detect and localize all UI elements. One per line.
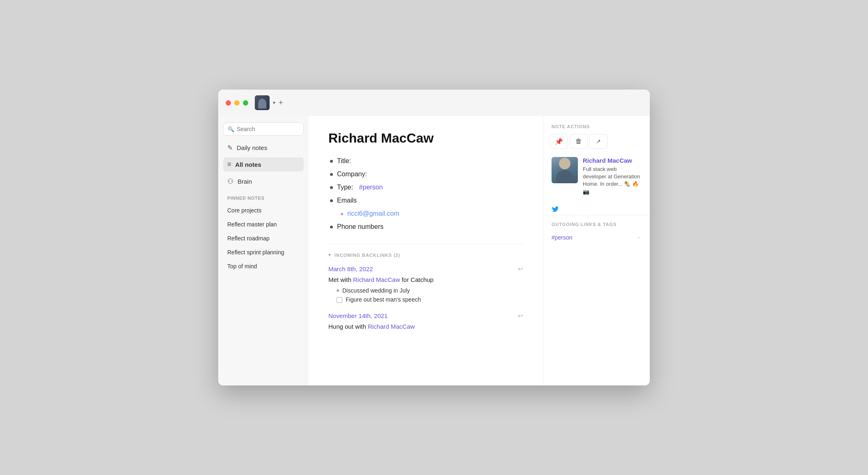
account-selector[interactable]: ▾ + (255, 95, 283, 110)
reply-icon[interactable]: ↩ (518, 265, 523, 273)
profile-name: Richard MacCaw (583, 157, 642, 164)
bullet-icon (330, 199, 333, 202)
trash-icon: 🗑 (575, 138, 582, 145)
delete-button[interactable]: 🗑 (570, 134, 588, 149)
bullet-icon (330, 173, 333, 176)
minimize-button[interactable] (234, 100, 240, 106)
backlink-entry-2: November 14th, 2021 ↩ Hung out with Rich… (328, 312, 523, 330)
field-emails: Emails (328, 197, 523, 204)
profile-info: Richard MacCaw Full stack web developer … (583, 157, 642, 196)
backlink-text-1: Met with Richard MacCaw for Catchup (328, 276, 523, 283)
maximize-button[interactable] (243, 100, 248, 106)
profile-description: Full stack web developer at Generation H… (583, 166, 642, 196)
backlink-items-1: Discussed wedding in July Figure out bes… (328, 287, 523, 303)
note-title: Richard MacCaw (328, 131, 523, 146)
export-icon: ↗ (596, 138, 601, 145)
sidebar-item-label: Daily notes (237, 144, 267, 151)
backlink-date-2: November 14th, 2021 ↩ (328, 312, 523, 320)
action-buttons: 📌 🗑 ↗ (543, 134, 650, 157)
backlinks-label: INCOMING BACKLINKS (2) (335, 253, 400, 258)
backlink-text-2: Hung out with Richard MacCaw (328, 323, 523, 330)
titlebar: ▾ + (218, 90, 650, 116)
pinned-item-reflect-roadmap[interactable]: Reflect roadmap (223, 233, 304, 244)
profile-photo (552, 157, 578, 183)
field-email-value: ricci6@gmail.com (328, 210, 523, 217)
pinned-item-reflect-master-plan[interactable]: Reflect master plan (223, 219, 304, 230)
pinned-item-reflect-sprint-planning[interactable]: Reflect sprint planning (223, 247, 304, 258)
search-input[interactable] (237, 126, 299, 132)
backlink-date-1: March 8th, 2022 ↩ (328, 265, 523, 273)
sidebar-item-brain[interactable]: ⚇ Brain (223, 174, 304, 189)
field-type: Type: #person (328, 184, 523, 191)
tag-row-person: #person → (543, 232, 650, 243)
sidebar-item-daily-notes[interactable]: ✎ Daily notes (223, 141, 304, 155)
field-phone: Phone numbers (328, 223, 523, 231)
email-link[interactable]: ricci6@gmail.com (347, 210, 399, 217)
field-company: Company: (328, 171, 523, 178)
sidebar-item-label: All notes (235, 161, 261, 168)
sidebar-item-all-notes[interactable]: ≡ All notes (223, 157, 304, 171)
task-checkbox[interactable] (337, 297, 342, 303)
chevron-down-icon: ▾ (328, 252, 331, 258)
bullet-icon (341, 213, 343, 215)
pin-icon: 📌 (555, 138, 563, 145)
backlinks-header[interactable]: ▾ INCOMING BACKLINKS (2) (328, 252, 523, 258)
backlink-date-link-1[interactable]: March 8th, 2022 (328, 265, 373, 272)
type-tag-link[interactable]: #person (359, 184, 383, 191)
bullet-icon (330, 226, 333, 228)
backlink-entry-1: March 8th, 2022 ↩ Met with Richard MacCa… (328, 265, 523, 303)
backlink-person-link-2[interactable]: Richard MacCaw (368, 323, 415, 330)
pin-button[interactable]: 📌 (550, 134, 568, 149)
backlink-item-checkbox: Figure out best man's speech (337, 296, 523, 303)
pinned-item-core-projects[interactable]: Core projects (223, 205, 304, 216)
pinned-notes-label: PINNED NOTES (223, 191, 304, 202)
note-actions-header: NOTE ACTIONS (543, 116, 650, 134)
close-button[interactable] (226, 100, 231, 106)
profile-social (543, 202, 650, 215)
tag-arrow-icon[interactable]: → (636, 234, 642, 241)
brain-icon: ⚇ (227, 177, 233, 186)
tag-badge[interactable]: #person (552, 234, 573, 241)
search-icon: 🔍 (228, 126, 234, 132)
bullet-icon (337, 289, 339, 292)
twitter-icon[interactable] (552, 206, 559, 214)
reply-icon[interactable]: ↩ (518, 312, 523, 320)
backlink-date-link-2[interactable]: November 14th, 2021 (328, 312, 388, 319)
right-panel: NOTE ACTIONS 📌 🗑 ↗ (543, 116, 650, 385)
sidebar: 🔍 ✎ Daily notes ≡ All notes ⚇ Brain PINN… (218, 116, 309, 385)
app-window: ▾ + 🔍 ✎ Daily notes ≡ All notes ⚇ Brain (218, 90, 650, 385)
note-fields: Title: Company: Type: #person Emails (328, 157, 523, 231)
all-notes-icon: ≡ (227, 161, 231, 168)
sidebar-item-label: Brain (238, 178, 252, 185)
pinned-item-top-of-mind[interactable]: Top of mind (223, 261, 304, 272)
export-button[interactable]: ↗ (589, 134, 607, 149)
chevron-down-icon[interactable]: ▾ (273, 100, 275, 106)
outgoing-links-header: OUTGOING LINKS & TAGS (543, 215, 650, 232)
new-note-button[interactable]: + (279, 99, 283, 107)
daily-notes-icon: ✎ (227, 144, 233, 152)
bullet-icon (330, 186, 333, 189)
main-area: 🔍 ✎ Daily notes ≡ All notes ⚇ Brain PINN… (218, 116, 650, 385)
backlink-item-bullet: Discussed wedding in July (337, 287, 523, 294)
profile-card: Richard MacCaw Full stack web developer … (543, 157, 650, 202)
field-title: Title: (328, 157, 523, 165)
bullet-icon (330, 160, 333, 163)
note-content: Richard MacCaw Title: Company: Type: #pe… (309, 116, 543, 385)
avatar (255, 95, 270, 110)
search-bar[interactable]: 🔍 (223, 122, 304, 136)
backlink-person-link-1[interactable]: Richard MacCaw (353, 276, 400, 283)
backlinks-section: ▾ INCOMING BACKLINKS (2) March 8th, 2022… (328, 244, 523, 330)
